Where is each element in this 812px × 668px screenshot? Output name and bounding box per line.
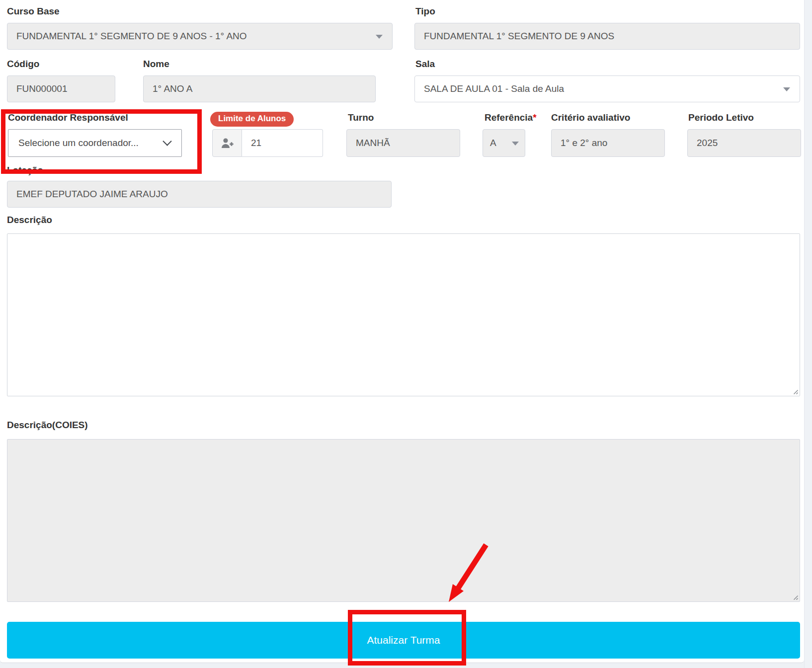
curso-base-value: FUNDAMENTAL 1° SEGMENTO DE 9 ANOS - 1° A… [16, 31, 247, 42]
referencia-value: A [490, 138, 496, 148]
descricao-textarea[interactable] [7, 233, 800, 396]
caret-down-icon [783, 87, 790, 91]
limite-alunos-value: 21 [251, 138, 261, 148]
sala-label: Sala [415, 59, 435, 70]
lotacao-field: EMEF DEPUTADO JAIME ARAUJO [7, 181, 392, 208]
coordenador-value: Selecione um coordenador... [18, 138, 139, 148]
codigo-value: FUN000001 [16, 83, 67, 94]
limite-alunos-addon [212, 129, 242, 157]
criterio-value: 1° e 2° ano [561, 138, 607, 148]
lotacao-label: Lotação [7, 165, 43, 176]
curso-base-select[interactable]: FUNDAMENTAL 1° SEGMENTO DE 9 ANOS - 1° A… [7, 23, 393, 50]
required-asterisk: * [533, 112, 536, 123]
referencia-label: Referência* [485, 112, 537, 123]
criterio-field: 1° e 2° ano [551, 129, 665, 157]
sala-value: SALA DE AULA 01 - Sala de Aula [424, 83, 564, 94]
referencia-select[interactable]: A [483, 129, 525, 157]
periodo-letivo-label: Periodo Letivo [688, 112, 754, 123]
coordenador-label: Coordenador Responsável [8, 112, 128, 123]
nome-label: Nome [143, 59, 169, 70]
coordenador-select[interactable]: Selecione um coordenador... [8, 129, 182, 157]
sala-select[interactable]: SALA DE AULA 01 - Sala de Aula [414, 75, 800, 102]
caret-down-icon [376, 35, 383, 39]
resize-handle-icon [791, 593, 799, 600]
user-plus-icon [221, 138, 234, 148]
page-scrollbar[interactable] [804, 0, 812, 668]
periodo-letivo-value: 2025 [697, 138, 718, 148]
turno-value: MANHÃ [356, 138, 390, 148]
curso-base-label: Curso Base [7, 6, 60, 17]
tipo-field: FUNDAMENTAL 1° SEGMENTO DE 9 ANOS [414, 23, 800, 50]
criterio-label: Critério avaliativo [551, 112, 630, 123]
lotacao-value: EMEF DEPUTADO JAIME ARAUJO [16, 189, 168, 200]
descricao-label: Descrição [7, 215, 52, 225]
tipo-label: Tipo [415, 6, 435, 17]
nome-field: 1° ANO A [143, 75, 376, 102]
chevron-down-icon [162, 137, 171, 146]
turno-label: Turno [348, 112, 374, 123]
class-edit-form-screen: Curso Base FUNDAMENTAL 1° SEGMENTO DE 9 … [0, 0, 812, 668]
periodo-letivo-field: 2025 [687, 129, 801, 157]
limite-alunos-badge: Limite de Alunos [210, 112, 294, 127]
descricao-coies-label: Descrição(COIES) [7, 420, 88, 431]
atualizar-turma-button[interactable]: Atualizar Turma [7, 622, 800, 659]
descricao-coies-textarea [7, 439, 800, 602]
nome-value: 1° ANO A [153, 83, 192, 94]
codigo-field: FUN000001 [7, 75, 115, 102]
limite-alunos-input[interactable]: 21 [242, 129, 323, 157]
resize-handle-icon[interactable] [791, 387, 799, 395]
codigo-label: Código [7, 59, 39, 70]
turno-field: MANHÃ [346, 129, 460, 157]
tipo-value: FUNDAMENTAL 1° SEGMENTO DE 9 ANOS [424, 31, 614, 42]
caret-down-icon [512, 142, 519, 146]
